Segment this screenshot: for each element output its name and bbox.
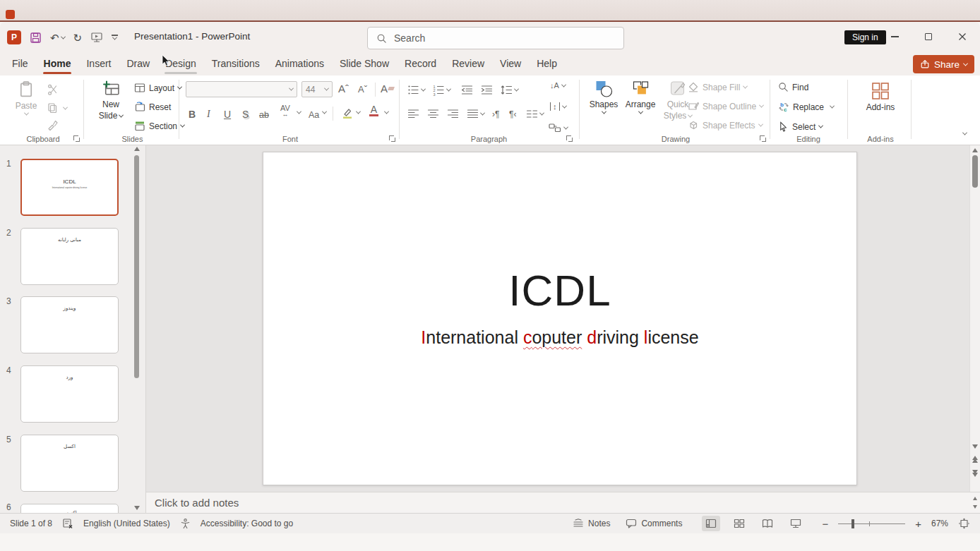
slide-thumbnail-2[interactable]: مبانی رایانه: [20, 228, 119, 285]
reading-view-button[interactable]: [758, 516, 777, 531]
reset-button[interactable]: Reset: [134, 102, 171, 112]
next-slide-button[interactable]: [972, 470, 978, 477]
scroll-down-icon[interactable]: [972, 444, 978, 449]
find-button[interactable]: Find: [778, 82, 808, 92]
slideshow-view-button[interactable]: [787, 516, 805, 531]
search-input[interactable]: [394, 32, 592, 44]
tab-draw[interactable]: Draw: [119, 53, 157, 75]
notes-toggle-button[interactable]: Notes: [573, 519, 610, 528]
tab-animations[interactable]: Animations: [268, 53, 332, 75]
font-name-combobox[interactable]: [186, 81, 297, 97]
normal-view-button[interactable]: [702, 516, 720, 531]
shape-fill-button[interactable]: Shape Fill: [688, 82, 747, 92]
numbering-chevron-icon[interactable]: [446, 87, 451, 92]
decrease-indent-icon[interactable]: [461, 84, 473, 96]
slide-sorter-button[interactable]: [730, 516, 748, 531]
start-slideshow-icon[interactable]: [90, 32, 103, 43]
tab-home[interactable]: Home: [36, 53, 79, 75]
scroll-up-icon[interactable]: [972, 148, 978, 152]
close-button[interactable]: [952, 28, 973, 46]
columns-chevron-icon[interactable]: [539, 111, 544, 116]
drawing-dialog-launcher[interactable]: [759, 135, 767, 143]
clipboard-dialog-launcher[interactable]: [73, 135, 80, 143]
tab-help[interactable]: Help: [529, 53, 565, 75]
save-icon[interactable]: [30, 32, 42, 44]
addins-button[interactable]: Add-ins: [861, 81, 900, 112]
font-color-button[interactable]: A: [369, 105, 378, 122]
line-spacing-chevron-icon[interactable]: [514, 87, 519, 92]
increase-indent-icon[interactable]: [481, 84, 493, 96]
font-size-combobox[interactable]: 44: [301, 81, 333, 97]
tab-insert[interactable]: Insert: [78, 53, 119, 75]
font-dialog-launcher[interactable]: [388, 135, 396, 143]
copy-icon[interactable]: [47, 102, 59, 114]
shape-outline-button[interactable]: Shape Outline: [688, 101, 763, 111]
notes-scroll-up-icon[interactable]: [973, 497, 977, 500]
character-spacing-chevron-icon[interactable]: [297, 109, 301, 114]
text-highlight-icon[interactable]: [341, 107, 354, 119]
select-button[interactable]: Select: [778, 121, 823, 132]
strikethrough-button[interactable]: ab: [259, 105, 269, 122]
sign-in-button[interactable]: Sign in: [844, 30, 886, 44]
font-color-chevron-icon[interactable]: [384, 109, 389, 114]
minimize-button[interactable]: [884, 28, 905, 46]
columns-icon[interactable]: [526, 108, 538, 120]
tab-view[interactable]: View: [492, 53, 529, 75]
change-case-chevron-icon[interactable]: [322, 109, 327, 114]
maximize-button[interactable]: [918, 28, 939, 46]
spell-check-icon[interactable]: [62, 518, 73, 529]
scroll-up-icon[interactable]: [134, 147, 140, 151]
accessibility-status[interactable]: Accessibility: Good to go: [201, 519, 293, 528]
shape-effects-button[interactable]: Shape Effects: [688, 120, 763, 131]
bullets-chevron-icon[interactable]: [421, 87, 426, 92]
search-box[interactable]: [367, 27, 624, 49]
right-to-left-icon[interactable]: ¶‹: [509, 109, 516, 119]
bold-button[interactable]: B: [189, 105, 196, 122]
zoom-out-button[interactable]: −: [822, 518, 828, 530]
thumbnail-scrollbar-thumb[interactable]: [134, 155, 139, 378]
text-direction-button[interactable]: ↓A: [550, 81, 566, 90]
new-slide-button[interactable]: New Slide: [92, 80, 130, 121]
text-shadow-button[interactable]: S: [242, 105, 249, 122]
fit-slide-to-window-icon[interactable]: [958, 518, 970, 529]
shrink-font-button[interactable]: Aˇ: [358, 80, 367, 97]
main-scrollbar[interactable]: [969, 145, 980, 492]
scroll-down-icon[interactable]: [134, 506, 140, 510]
zoom-level[interactable]: 67%: [931, 519, 948, 528]
notes-scroll-down-icon[interactable]: [973, 505, 977, 509]
copy-chevron-icon[interactable]: [63, 105, 68, 110]
arrange-button[interactable]: Arrange: [623, 80, 658, 114]
justify-chevron-icon[interactable]: [480, 111, 485, 116]
replace-button[interactable]: b c Replace: [778, 102, 824, 112]
convert-to-smartart-button[interactable]: [549, 122, 568, 133]
thumbnail-scrollbar[interactable]: [132, 147, 141, 510]
bullets-icon[interactable]: [407, 84, 419, 96]
tab-review[interactable]: Review: [444, 53, 492, 75]
cut-icon[interactable]: [47, 84, 59, 96]
powerpoint-logo-icon[interactable]: P: [7, 30, 21, 44]
zoom-in-button[interactable]: +: [915, 518, 921, 530]
left-to-right-icon[interactable]: ›¶: [492, 109, 499, 119]
grow-font-button[interactable]: Aˆ: [338, 80, 349, 97]
redo-button[interactable]: ↻: [73, 32, 83, 43]
align-left-icon[interactable]: [407, 108, 419, 120]
tab-file[interactable]: File: [4, 53, 36, 75]
shapes-button[interactable]: Shapes: [587, 80, 620, 114]
tab-record[interactable]: Record: [397, 53, 444, 75]
line-spacing-icon[interactable]: [501, 84, 513, 96]
notes-placeholder[interactable]: Click to add notes: [155, 492, 239, 514]
paste-button[interactable]: Paste: [10, 80, 42, 116]
slide-thumbnail-3[interactable]: ویندوز: [20, 296, 119, 353]
align-center-icon[interactable]: [427, 108, 439, 120]
paragraph-dialog-launcher[interactable]: [566, 135, 573, 143]
customize-qat-chevron-icon[interactable]: [112, 35, 118, 40]
clear-formatting-button[interactable]: A: [381, 80, 394, 97]
tab-transitions[interactable]: Transitions: [204, 53, 268, 75]
collapse-ribbon-chevron-icon[interactable]: [962, 131, 967, 135]
previous-slide-button[interactable]: [972, 456, 978, 463]
slide-thumbnail-4[interactable]: ورد: [20, 365, 119, 423]
comments-toggle-button[interactable]: Comments: [626, 519, 682, 528]
slide-counter[interactable]: Slide 1 of 8: [10, 519, 52, 528]
text-highlight-chevron-icon[interactable]: [356, 109, 361, 114]
slide-thumbnail-1[interactable]: ICDL International coputer driving licen…: [20, 159, 119, 216]
